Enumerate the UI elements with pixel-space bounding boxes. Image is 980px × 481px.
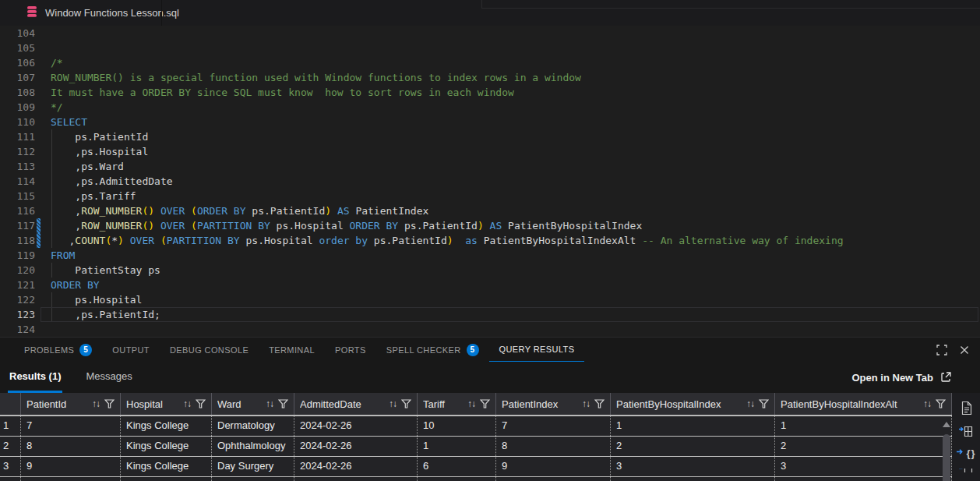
filter-icon[interactable] xyxy=(594,399,605,408)
code-line[interactable]: 119FROM xyxy=(0,248,980,263)
code-line[interactable]: 122 ps.Hospital xyxy=(0,292,980,307)
scroll-up-arrow-icon[interactable] xyxy=(943,422,950,427)
panel-tab-ports[interactable]: PORTS xyxy=(325,338,376,362)
table-cell[interactable]: 1 xyxy=(418,437,496,456)
maximize-panel-icon[interactable] xyxy=(936,345,947,355)
line-number: 107 xyxy=(0,70,35,85)
save-as-chart-icon-partial[interactable] xyxy=(958,469,974,472)
table-cell[interactable]: 10 xyxy=(418,416,496,436)
panel-tab-debug-console[interactable]: DEBUG CONSOLE xyxy=(160,338,259,362)
code-line[interactable]: 123 ,ps.PatientId; xyxy=(0,307,980,322)
table-cell[interactable]: 3 xyxy=(775,457,952,476)
code-line[interactable]: 118 ,COUNT(*) OVER (PARTITION BY ps.Hosp… xyxy=(0,233,980,248)
panel-tab-label: OUTPUT xyxy=(112,345,150,355)
panel-tab-spell-checker[interactable]: SPELL CHECKER5 xyxy=(376,338,489,362)
code-line[interactable]: 106/* xyxy=(0,55,980,70)
row-number-cell[interactable]: 3 xyxy=(0,457,21,476)
sort-icon[interactable]: ↑↓ xyxy=(183,398,191,409)
code-line[interactable]: 115 ,ps.Tariff xyxy=(0,189,980,203)
panel-tab-problems[interactable]: PROBLEMS5 xyxy=(14,338,102,362)
save-as-excel-icon[interactable] xyxy=(958,425,974,438)
filter-icon[interactable] xyxy=(480,399,490,408)
filter-icon[interactable] xyxy=(936,399,946,408)
filter-icon[interactable] xyxy=(759,399,769,408)
filter-icon[interactable] xyxy=(401,399,411,408)
row-number-cell[interactable]: 2 xyxy=(0,437,21,456)
code-line[interactable]: 116 ,ROW_NUMBER() OVER (ORDER BY ps.Pati… xyxy=(0,203,980,218)
column-header-admitteddate[interactable]: AdmittedDate↑↓ xyxy=(294,393,418,415)
code-line[interactable]: 117 ,ROW_NUMBER() OVER (PARTITION BY ps.… xyxy=(0,218,980,233)
sort-icon[interactable]: ↑↓ xyxy=(582,398,590,409)
close-panel-icon[interactable] xyxy=(960,345,969,355)
table-cell[interactable]: Day Surgery xyxy=(212,457,294,476)
open-in-new-tab-button[interactable]: Open in New Tab xyxy=(852,362,980,393)
code-line[interactable]: 105 xyxy=(0,41,980,55)
code-line[interactable]: 124 xyxy=(0,322,980,337)
column-header-patientid[interactable]: PatientId↑↓ xyxy=(21,393,121,415)
table-cell[interactable]: 2024-02-26 xyxy=(294,437,418,456)
panel-tab-query-results[interactable]: QUERY RESULTS xyxy=(489,338,585,362)
sort-icon[interactable]: ↑↓ xyxy=(266,398,273,409)
table-cell[interactable]: 9 xyxy=(496,457,611,476)
table-cell[interactable]: 9 xyxy=(21,457,121,476)
sort-icon[interactable]: ↑↓ xyxy=(389,398,397,409)
column-header-hospital[interactable]: Hospital↑↓ xyxy=(121,393,212,415)
save-as-json-icon[interactable]: { } xyxy=(957,447,975,459)
save-as-csv-icon[interactable] xyxy=(960,401,973,416)
table-cell[interactable]: 7 xyxy=(21,416,121,436)
table-cell[interactable]: 3 xyxy=(611,457,775,476)
column-header-patientindex[interactable]: PatientIndex↑↓ xyxy=(496,393,611,415)
titlebar-seam xyxy=(481,8,980,9)
panel-tab-terminal[interactable]: TERMINAL xyxy=(259,338,325,362)
sort-icon[interactable]: ↑↓ xyxy=(92,398,100,409)
code-line[interactable]: 108It must have a ORDER BY since SQL mus… xyxy=(0,85,980,100)
table-row[interactable]: 17Kings CollegeDermatology2024-02-261071… xyxy=(0,416,952,437)
results-tab-messages[interactable]: Messages xyxy=(84,362,133,393)
table-cell[interactable]: Kings College xyxy=(121,437,212,456)
table-cell[interactable]: 2 xyxy=(775,437,952,456)
sort-icon[interactable]: ↑↓ xyxy=(467,398,475,409)
code-line[interactable]: 112 ,ps.Hospital xyxy=(0,144,980,159)
filter-icon[interactable] xyxy=(278,399,288,408)
table-cell[interactable]: Dermatology xyxy=(212,416,294,436)
table-cell[interactable]: 2 xyxy=(611,437,775,456)
code-line[interactable]: 114 ,ps.AdmittedDate xyxy=(0,174,980,189)
filter-icon[interactable] xyxy=(196,399,206,408)
panel-tab-output[interactable]: OUTPUT xyxy=(102,338,160,362)
code-line[interactable]: 121ORDER BY xyxy=(0,278,980,292)
code-line[interactable]: 110SELECT xyxy=(0,115,980,129)
table-cell[interactable]: Kings College xyxy=(121,416,212,436)
code-line[interactable]: 109*/ xyxy=(0,100,980,115)
table-cell[interactable]: 2024-02-26 xyxy=(294,416,418,436)
code-line[interactable]: 104 xyxy=(0,26,980,41)
filter-icon[interactable] xyxy=(104,399,115,408)
table-cell[interactable]: Kings College xyxy=(121,457,212,476)
code-editor[interactable]: 104105106/*107ROW_NUMBER() is a special … xyxy=(0,26,980,337)
row-number-cell[interactable]: 1 xyxy=(0,416,21,436)
table-cell[interactable]: 7 xyxy=(496,416,611,436)
code-line[interactable]: 120 PatientStay ps xyxy=(0,263,980,278)
table-cell[interactable]: 8 xyxy=(496,437,611,456)
column-header-patientbyhospitalindex[interactable]: PatientByHospitalIndex↑↓ xyxy=(611,393,775,415)
table-cell[interactable]: 6 xyxy=(418,457,496,476)
code-line[interactable]: 113 ,ps.Ward xyxy=(0,159,980,174)
column-header-patientbyhospitalindexalt[interactable]: PatientByHospitalIndexAlt↑↓ xyxy=(775,393,952,415)
table-cell[interactable]: Ophthalmology xyxy=(212,437,294,456)
table-cell[interactable]: 1 xyxy=(775,416,952,436)
code-line[interactable]: 107ROW_NUMBER() is a special function us… xyxy=(0,70,980,85)
grid-scrollbar[interactable] xyxy=(941,422,952,481)
table-cell[interactable]: 2024-02-26 xyxy=(294,457,418,476)
table-cell[interactable]: 1 xyxy=(611,416,775,436)
results-tab-results-1-[interactable]: Results (1) xyxy=(8,362,62,393)
sort-icon[interactable]: ↑↓ xyxy=(746,398,754,409)
code-line[interactable]: 111 ps.PatientId xyxy=(0,129,980,144)
column-header-ward[interactable]: Ward↑↓ xyxy=(212,393,294,415)
table-row[interactable]: 28Kings CollegeOphthalmology2024-02-2618… xyxy=(0,437,952,457)
sort-icon[interactable]: ↑↓ xyxy=(923,398,931,409)
file-tab-title[interactable]: Window Functions Lesson.sql xyxy=(45,7,179,19)
column-header-tariff[interactable]: Tariff↑↓ xyxy=(418,393,496,415)
indent-guide xyxy=(51,218,52,233)
table-cell[interactable]: 8 xyxy=(21,437,121,456)
table-row[interactable]: 39Kings CollegeDay Surgery2024-02-266933 xyxy=(0,457,952,477)
scrollbar-thumb[interactable] xyxy=(943,434,950,481)
